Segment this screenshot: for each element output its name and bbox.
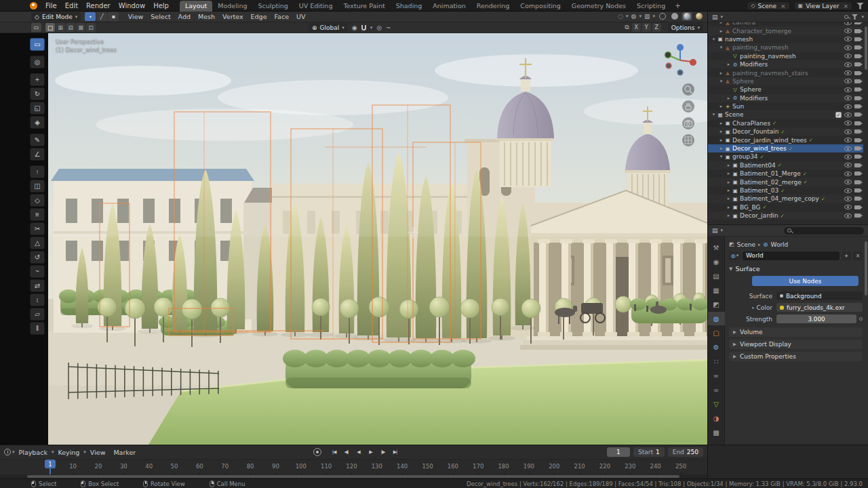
outliner-row[interactable]: ▸▣Batiment_03✓ — [708, 186, 863, 195]
snap-magnet-icon[interactable] — [361, 25, 366, 30]
hide-in-viewport-icon[interactable] — [844, 28, 852, 33]
tool-smooth[interactable]: ~ — [30, 265, 45, 278]
hide-in-viewport-icon[interactable] — [844, 205, 852, 209]
disclosure-right-icon[interactable]: ▸ — [718, 129, 724, 134]
timeline-editor-icon[interactable] — [4, 449, 11, 455]
filter-icon[interactable] — [852, 14, 859, 20]
use-nodes-button[interactable]: Use Nodes — [752, 276, 859, 286]
vertex-select-mode[interactable]: ∙ — [85, 12, 96, 21]
workspace-tab-texture-paint[interactable]: Texture Paint — [338, 1, 390, 12]
mirror-axis-z[interactable]: Z — [652, 23, 661, 32]
breadcrumb-scene[interactable]: Scene — [737, 241, 755, 248]
play-button[interactable]: ▶ — [366, 447, 376, 457]
shading-wireframe[interactable] — [658, 12, 667, 20]
hide-in-viewport-icon[interactable] — [844, 121, 852, 125]
disable-in-render-icon[interactable] — [854, 54, 861, 58]
app-menu-edit[interactable]: Edit — [61, 0, 82, 12]
outliner-row[interactable]: ▸▣CharaPlanes✓ — [708, 119, 863, 127]
playhead[interactable]: 1 — [45, 460, 56, 468]
property-value-strength[interactable]: 3.000 — [776, 314, 856, 323]
viewport-menu-face[interactable]: Face — [271, 11, 292, 22]
disable-in-render-icon[interactable] — [854, 45, 861, 49]
disable-in-render-icon[interactable] — [854, 104, 861, 108]
outliner-row[interactable]: ▾▲painting_navmesh — [708, 43, 863, 52]
tool-select-box[interactable]: ▭ — [30, 38, 45, 51]
play-reverse-button[interactable]: ◀ — [353, 447, 363, 457]
properties-tab-material[interactable]: ◑ — [708, 411, 725, 425]
grid-ortho-icon[interactable] — [682, 134, 694, 146]
face-select-mode[interactable]: ▪ — [108, 12, 119, 21]
show-gizmo-icon[interactable]: ◌ — [618, 13, 623, 20]
hide-in-viewport-icon[interactable] — [844, 129, 852, 134]
jump-to-start-button[interactable]: |◀ — [329, 447, 339, 457]
disable-in-render-icon[interactable] — [854, 62, 861, 66]
end-frame-field[interactable]: End 250 — [668, 447, 703, 457]
mirror-axis-x[interactable]: X — [632, 23, 641, 32]
tool-annotate[interactable]: ✎ — [30, 134, 45, 146]
viewport-menu-add[interactable]: Add — [174, 11, 194, 22]
properties-tab-object-data[interactable]: ▽ — [708, 397, 725, 411]
workspace-tab-compositing[interactable]: Compositing — [515, 1, 566, 12]
active-tool-icon[interactable]: ▭ — [31, 23, 41, 32]
tool-cursor[interactable]: ◎ — [30, 56, 45, 68]
properties-tab-output[interactable]: ▤ — [708, 269, 725, 283]
navigation-axis-gizmo[interactable] — [661, 41, 699, 79]
properties-search-input[interactable] — [784, 227, 864, 235]
disable-in-render-icon[interactable] — [854, 214, 861, 218]
pivot-point-icon[interactable]: ◉ — [352, 24, 357, 31]
properties-tab-view-layer[interactable]: ▦ — [708, 283, 725, 297]
options-dropdown[interactable]: Options ▾ — [668, 23, 703, 32]
property-value-color[interactable]: furry_clouds_4k.exr — [776, 303, 863, 312]
outliner-row[interactable]: ▸▣Batiment04✓ — [708, 161, 863, 169]
app-menu-window[interactable]: Window — [115, 0, 149, 12]
workspace-tab-scripting[interactable]: Scripting — [631, 1, 671, 12]
disclosure-right-icon[interactable]: ▸ — [726, 96, 732, 101]
outliner-row[interactable]: ▾▦Scene✓ — [708, 110, 863, 119]
disable-in-render-icon[interactable] — [854, 71, 861, 75]
properties-tab-world[interactable]: ◍ — [708, 312, 725, 325]
disclosure-right-icon[interactable]: ▸ — [726, 196, 732, 201]
disclosure-down-icon[interactable]: ▾ — [718, 79, 724, 84]
add-workspace-button[interactable]: + — [671, 1, 684, 12]
disclosure-down-icon[interactable]: ▾ — [711, 112, 717, 117]
pan-hand-icon[interactable] — [682, 100, 694, 113]
app-menu-render[interactable]: Render — [82, 0, 115, 12]
timeline-menu-playback[interactable]: Playback — [15, 447, 52, 458]
shading-material[interactable] — [682, 12, 692, 20]
properties-tab-texture[interactable]: ▩ — [708, 426, 725, 439]
select-subtract[interactable]: ⊟ — [66, 23, 75, 32]
tool-extrude-region[interactable]: ↑ — [30, 165, 45, 178]
disable-in-render-icon[interactable] — [854, 22, 861, 24]
tool-scale[interactable]: ◱ — [30, 102, 45, 115]
hide-in-viewport-icon[interactable] — [844, 146, 852, 151]
timeline-menu-marker[interactable]: Marker — [109, 447, 140, 458]
outliner-row[interactable]: ▸⚙Modifiers — [708, 94, 863, 102]
hide-in-viewport-icon[interactable] — [844, 104, 852, 109]
exclude-checkbox[interactable]: ✓ — [835, 112, 842, 118]
hide-in-viewport-icon[interactable] — [844, 180, 852, 184]
outliner-row[interactable]: ▸▲painting_navmesh_stairs — [708, 68, 863, 77]
workspace-tab-geometry-nodes[interactable]: Geometry Nodes — [566, 1, 631, 12]
filter-icon[interactable] — [856, 3, 864, 9]
tool-inset-faces[interactable]: ◫ — [30, 180, 45, 192]
disclosure-right-icon[interactable]: ▸ — [718, 22, 724, 25]
properties-tab-tool[interactable]: ⚒ — [708, 241, 725, 254]
outliner-row[interactable]: ▸▣Decor_jardin✓ — [708, 211, 863, 220]
disable-in-render-icon[interactable] — [854, 155, 861, 159]
properties-scrollbar[interactable] — [865, 241, 867, 296]
scene-unlink-icon[interactable]: × — [781, 3, 786, 9]
outliner-row[interactable]: ▸▣Decor_fountain✓ — [708, 127, 863, 136]
keyframe-dot-icon[interactable] — [859, 317, 863, 321]
outliner-row[interactable]: ▸☀Sun — [708, 102, 863, 110]
next-keyframe-button[interactable]: |▶ — [378, 447, 388, 457]
hide-in-viewport-icon[interactable] — [844, 22, 852, 25]
disclosure-right-icon[interactable]: ▸ — [726, 180, 732, 185]
world-name-field[interactable]: World — [743, 251, 840, 260]
tool-rotate[interactable]: ↻ — [30, 87, 45, 100]
panel-viewport-display[interactable]: ▶Viewport Display — [729, 340, 863, 349]
current-frame-field[interactable]: 1 — [607, 447, 630, 457]
outliner-row[interactable]: ▾▣navmesh — [708, 35, 863, 43]
scene-selector[interactable]: ◇ Scene × — [747, 1, 789, 10]
outliner-scrollbar[interactable] — [865, 26, 867, 70]
disable-in-render-icon[interactable] — [854, 188, 861, 192]
